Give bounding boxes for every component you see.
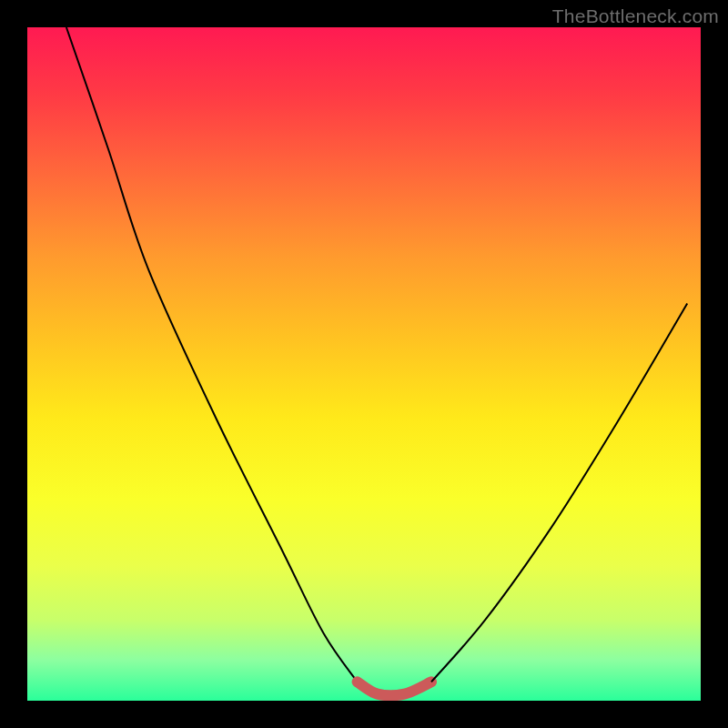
chart-container: TheBottleneck.com xyxy=(0,0,728,728)
chart-svg xyxy=(27,27,701,701)
plot-area xyxy=(27,27,701,701)
valley-segment xyxy=(358,682,431,695)
watermark-label: TheBottleneck.com xyxy=(552,5,719,27)
right-curve xyxy=(431,303,687,682)
left-curve xyxy=(66,27,358,682)
